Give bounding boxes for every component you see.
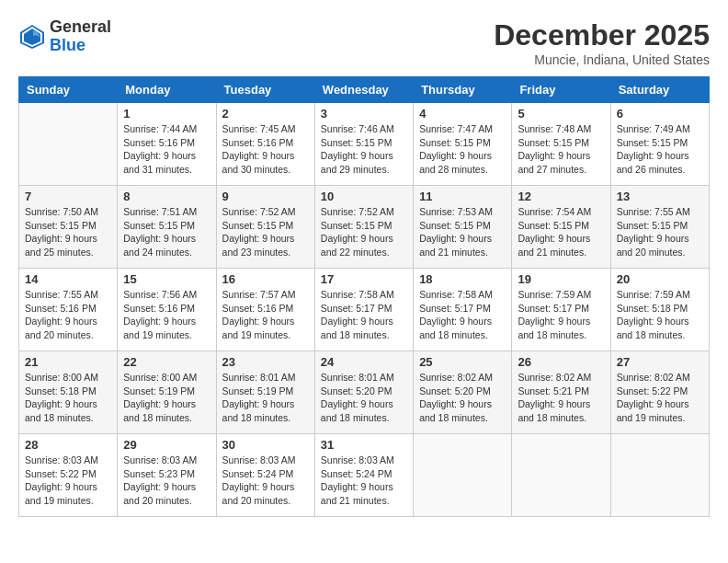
day-number: 10 <box>321 190 407 203</box>
day-info: Sunrise: 7:56 AMSunset: 5:16 PMDaylight:… <box>123 288 210 342</box>
day-info: Sunrise: 7:52 AMSunset: 5:15 PMDaylight:… <box>222 205 309 259</box>
calendar-cell: 23Sunrise: 8:01 AMSunset: 5:19 PMDayligh… <box>216 351 314 434</box>
day-number: 17 <box>321 272 407 286</box>
day-info: Sunrise: 7:51 AMSunset: 5:15 PMDaylight:… <box>123 205 210 259</box>
calendar-cell: 13Sunrise: 7:55 AMSunset: 5:15 PMDayligh… <box>610 186 709 269</box>
day-number: 25 <box>419 355 506 369</box>
day-number: 22 <box>123 355 210 369</box>
calendar-cell: 22Sunrise: 8:00 AMSunset: 5:19 PMDayligh… <box>118 351 216 434</box>
calendar-cell: 3Sunrise: 7:46 AMSunset: 5:15 PMDaylight… <box>314 103 413 186</box>
day-info: Sunrise: 7:59 AMSunset: 5:18 PMDaylight:… <box>617 288 703 342</box>
day-info: Sunrise: 7:49 AMSunset: 5:15 PMDaylight:… <box>617 122 703 177</box>
calendar-cell: 1Sunrise: 7:44 AMSunset: 5:16 PMDaylight… <box>118 103 216 186</box>
day-number: 13 <box>617 190 703 203</box>
weekday-header: Saturday <box>610 77 709 103</box>
month-title: December 2025 <box>494 18 710 52</box>
day-number: 30 <box>222 438 309 452</box>
calendar-cell <box>512 434 610 517</box>
calendar-cell: 27Sunrise: 8:02 AMSunset: 5:22 PMDayligh… <box>610 351 709 434</box>
day-number: 26 <box>518 355 604 369</box>
logo-icon <box>18 23 46 51</box>
weekday-header: Thursday <box>414 77 512 103</box>
day-number: 11 <box>419 190 506 203</box>
calendar-cell: 25Sunrise: 8:02 AMSunset: 5:20 PMDayligh… <box>414 351 512 434</box>
day-info: Sunrise: 8:03 AMSunset: 5:23 PMDaylight:… <box>123 454 210 508</box>
day-number: 3 <box>321 107 407 121</box>
day-number: 1 <box>123 107 210 121</box>
day-info: Sunrise: 7:58 AMSunset: 5:17 PMDaylight:… <box>419 288 506 342</box>
day-info: Sunrise: 8:03 AMSunset: 5:24 PMDaylight:… <box>321 454 407 508</box>
calendar-cell: 4Sunrise: 7:47 AMSunset: 5:15 PMDaylight… <box>414 103 512 186</box>
calendar-cell: 17Sunrise: 7:58 AMSunset: 5:17 PMDayligh… <box>314 269 413 351</box>
day-info: Sunrise: 7:50 AMSunset: 5:15 PMDaylight:… <box>25 205 111 259</box>
day-info: Sunrise: 7:52 AMSunset: 5:15 PMDaylight:… <box>321 205 407 259</box>
day-info: Sunrise: 7:45 AMSunset: 5:16 PMDaylight:… <box>222 122 309 177</box>
day-info: Sunrise: 7:46 AMSunset: 5:15 PMDaylight:… <box>321 122 407 177</box>
day-info: Sunrise: 7:53 AMSunset: 5:15 PMDaylight:… <box>419 205 506 259</box>
location: Muncie, Indiana, United States <box>494 52 710 67</box>
day-number: 27 <box>617 355 703 369</box>
calendar-cell: 2Sunrise: 7:45 AMSunset: 5:16 PMDaylight… <box>216 103 314 186</box>
calendar-table: SundayMondayTuesdayWednesdayThursdayFrid… <box>18 76 710 517</box>
day-number: 28 <box>25 438 111 452</box>
day-number: 20 <box>617 272 703 286</box>
calendar-cell: 20Sunrise: 7:59 AMSunset: 5:18 PMDayligh… <box>610 269 709 351</box>
calendar-header-row: SundayMondayTuesdayWednesdayThursdayFrid… <box>19 77 710 103</box>
calendar-week-row: 7Sunrise: 7:50 AMSunset: 5:15 PMDaylight… <box>19 186 710 269</box>
calendar-cell: 15Sunrise: 7:56 AMSunset: 5:16 PMDayligh… <box>118 269 216 351</box>
day-number: 4 <box>419 107 506 121</box>
day-number: 15 <box>123 272 210 286</box>
calendar-week-row: 1Sunrise: 7:44 AMSunset: 5:16 PMDaylight… <box>19 103 710 186</box>
day-number: 6 <box>617 107 703 121</box>
day-info: Sunrise: 7:55 AMSunset: 5:16 PMDaylight:… <box>25 288 111 342</box>
day-info: Sunrise: 7:47 AMSunset: 5:15 PMDaylight:… <box>419 122 506 177</box>
calendar-cell: 26Sunrise: 8:02 AMSunset: 5:21 PMDayligh… <box>512 351 610 434</box>
calendar-cell: 7Sunrise: 7:50 AMSunset: 5:15 PMDaylight… <box>19 186 118 269</box>
day-info: Sunrise: 8:01 AMSunset: 5:19 PMDaylight:… <box>222 371 309 425</box>
day-info: Sunrise: 8:01 AMSunset: 5:20 PMDaylight:… <box>321 371 407 425</box>
weekday-header: Wednesday <box>314 77 413 103</box>
calendar-cell: 16Sunrise: 7:57 AMSunset: 5:16 PMDayligh… <box>216 269 314 351</box>
weekday-header: Sunday <box>19 77 118 103</box>
day-info: Sunrise: 8:03 AMSunset: 5:22 PMDaylight:… <box>25 454 111 508</box>
day-number: 2 <box>222 107 309 121</box>
calendar-week-row: 28Sunrise: 8:03 AMSunset: 5:22 PMDayligh… <box>19 434 710 517</box>
calendar-cell: 12Sunrise: 7:54 AMSunset: 5:15 PMDayligh… <box>512 186 610 269</box>
calendar-cell: 6Sunrise: 7:49 AMSunset: 5:15 PMDaylight… <box>610 103 709 186</box>
day-info: Sunrise: 7:54 AMSunset: 5:15 PMDaylight:… <box>518 205 604 259</box>
calendar-week-row: 21Sunrise: 8:00 AMSunset: 5:18 PMDayligh… <box>19 351 710 434</box>
day-number: 5 <box>518 107 604 121</box>
day-number: 7 <box>25 190 111 203</box>
day-info: Sunrise: 8:02 AMSunset: 5:22 PMDaylight:… <box>617 371 703 425</box>
calendar-cell: 29Sunrise: 8:03 AMSunset: 5:23 PMDayligh… <box>118 434 216 517</box>
day-number: 12 <box>518 190 604 203</box>
day-number: 24 <box>321 355 407 369</box>
calendar-cell: 24Sunrise: 8:01 AMSunset: 5:20 PMDayligh… <box>314 351 413 434</box>
day-info: Sunrise: 8:00 AMSunset: 5:19 PMDaylight:… <box>123 371 210 425</box>
calendar-cell: 5Sunrise: 7:48 AMSunset: 5:15 PMDaylight… <box>512 103 610 186</box>
day-number: 23 <box>222 355 309 369</box>
day-number: 18 <box>419 272 506 286</box>
day-number: 16 <box>222 272 309 286</box>
calendar-cell: 19Sunrise: 7:59 AMSunset: 5:17 PMDayligh… <box>512 269 610 351</box>
day-info: Sunrise: 7:48 AMSunset: 5:15 PMDaylight:… <box>518 122 604 177</box>
weekday-header: Friday <box>512 77 610 103</box>
calendar-cell <box>610 434 709 517</box>
calendar-cell: 8Sunrise: 7:51 AMSunset: 5:15 PMDaylight… <box>118 186 216 269</box>
day-info: Sunrise: 8:00 AMSunset: 5:18 PMDaylight:… <box>25 371 111 425</box>
title-section: December 2025 Muncie, Indiana, United St… <box>494 18 710 67</box>
weekday-header: Monday <box>118 77 216 103</box>
calendar-cell: 28Sunrise: 8:03 AMSunset: 5:22 PMDayligh… <box>19 434 118 517</box>
calendar-cell <box>414 434 512 517</box>
calendar-cell: 31Sunrise: 8:03 AMSunset: 5:24 PMDayligh… <box>314 434 413 517</box>
day-info: Sunrise: 8:02 AMSunset: 5:21 PMDaylight:… <box>518 371 604 425</box>
day-number: 21 <box>25 355 111 369</box>
calendar-cell: 10Sunrise: 7:52 AMSunset: 5:15 PMDayligh… <box>314 186 413 269</box>
calendar-week-row: 14Sunrise: 7:55 AMSunset: 5:16 PMDayligh… <box>19 269 710 351</box>
calendar-cell: 9Sunrise: 7:52 AMSunset: 5:15 PMDaylight… <box>216 186 314 269</box>
day-number: 14 <box>25 272 111 286</box>
day-number: 19 <box>518 272 604 286</box>
day-number: 31 <box>321 438 407 452</box>
calendar-cell: 21Sunrise: 8:00 AMSunset: 5:18 PMDayligh… <box>19 351 118 434</box>
day-number: 8 <box>123 190 210 203</box>
